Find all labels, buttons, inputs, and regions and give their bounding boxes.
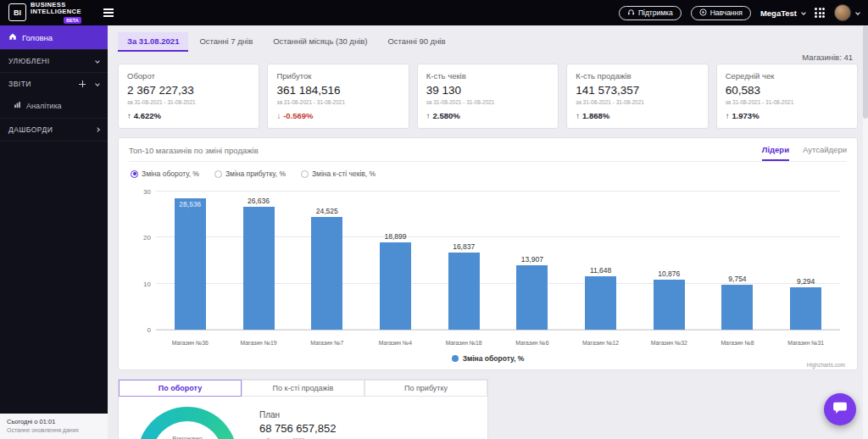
plan-donut-chart: Виконано bbox=[137, 407, 237, 439]
category-label: Магазин №36 bbox=[156, 340, 225, 346]
kpi-value: 361 184,516 bbox=[276, 84, 399, 97]
bar-slot: 16,837 bbox=[430, 192, 498, 330]
kpi-card-2: К-сть чеків39 130за 31-08-2021 - 31-08-2… bbox=[417, 64, 559, 129]
metric-radio-1[interactable]: Зміна прибутку, % bbox=[214, 169, 286, 178]
bar-0[interactable] bbox=[175, 198, 206, 330]
account-menu[interactable]: MegaTest bbox=[760, 8, 805, 18]
bar-slot: 18,899 bbox=[361, 192, 430, 330]
support-label: Підтримка bbox=[638, 8, 673, 17]
tab-leaders[interactable]: Лідери bbox=[762, 145, 789, 161]
sidebar: Головна УЛЮБЛЕНІ ЗВІТИ Аналітика ДАШБОРД… bbox=[0, 25, 108, 439]
hamburger-icon[interactable] bbox=[103, 8, 114, 17]
bar-value-label: 11,648 bbox=[590, 266, 611, 275]
date-filter-tabs: За 31.08.2021Останні 7 днівОстанній міся… bbox=[118, 32, 858, 52]
category-label: Магазин №12 bbox=[566, 340, 635, 346]
kpi-value: 60,583 bbox=[726, 84, 849, 97]
kpi-value: 39 130 bbox=[426, 84, 549, 97]
home-icon bbox=[8, 32, 17, 42]
bar-9[interactable] bbox=[790, 287, 821, 330]
kpi-card-0: Оборот2 367 227,33за 31-08-2021 - 31-08-… bbox=[118, 64, 259, 129]
training-button[interactable]: Навчання bbox=[691, 6, 751, 20]
metric-radios: Зміна обороту, %Зміна прибутку, %Зміна к… bbox=[131, 169, 847, 178]
bar-value-label: 13,907 bbox=[521, 255, 543, 264]
date-filter-tab-3[interactable]: Останні 90 днів bbox=[378, 32, 454, 52]
bar-slot: 9,754 bbox=[704, 192, 772, 330]
legend-label: Зміна обороту, % bbox=[463, 354, 525, 363]
bar-value-label: 16,837 bbox=[453, 242, 475, 251]
chat-button[interactable] bbox=[824, 393, 856, 425]
radio-icon bbox=[214, 170, 222, 178]
bar-value-label: 24,525 bbox=[316, 207, 338, 215]
bar-slot: 11,648 bbox=[566, 192, 635, 330]
bar-1[interactable] bbox=[243, 207, 275, 330]
training-icon bbox=[699, 8, 707, 18]
app-logo: BI BUSINESS INTELLIGENCE BETA bbox=[8, 2, 81, 24]
plan-title: План bbox=[259, 410, 336, 420]
last-update-time: Сьогодні о 01:01 bbox=[7, 418, 101, 425]
y-axis-label: 20 bbox=[143, 234, 151, 242]
plan-tab-1[interactable]: По к-сті продажів bbox=[242, 380, 364, 397]
add-report-icon[interactable] bbox=[79, 81, 86, 87]
sidebar-item-label: ЗВІТИ bbox=[8, 80, 74, 88]
kpi-delta-value: 4.622% bbox=[134, 111, 161, 120]
bar-3[interactable] bbox=[380, 242, 411, 330]
legend-marker bbox=[452, 355, 459, 362]
category-label: Магазин №31 bbox=[771, 340, 840, 346]
kpi-title: Середній чек bbox=[726, 71, 849, 81]
kpi-delta-value: 1.973% bbox=[732, 111, 759, 120]
date-filter-tab-2[interactable]: Останній місяць (30 днів) bbox=[264, 32, 376, 52]
plan-tab-2[interactable]: По прибутку bbox=[364, 380, 487, 397]
trend-up-icon: ↑ bbox=[127, 111, 131, 120]
scrollbar[interactable] bbox=[863, 25, 868, 439]
sidebar-item-label: Головна bbox=[22, 33, 99, 42]
date-filter-tab-1[interactable]: Останні 7 днів bbox=[190, 32, 262, 52]
plot-area: 28,53626,63624,52518,89916,83713,90711,6… bbox=[156, 192, 840, 331]
bar-6[interactable] bbox=[585, 276, 616, 330]
bar-value-label: 18,899 bbox=[384, 232, 406, 241]
kpi-period: за 31-08-2021 - 31-08-2021 bbox=[276, 99, 399, 105]
sidebar-item-reports[interactable]: ЗВІТИ bbox=[0, 73, 108, 95]
highcharts-credit[interactable]: Highcharts.com bbox=[807, 362, 845, 368]
sidebar-item-favorites[interactable]: УЛЮБЛЕНІ bbox=[0, 50, 108, 73]
bar-slot: 24,525 bbox=[292, 192, 361, 330]
logo-line2: INTELLIGENCE bbox=[31, 8, 81, 15]
profile-menu[interactable] bbox=[834, 4, 860, 21]
radio-label: Зміна обороту, % bbox=[142, 169, 199, 178]
metric-radio-0[interactable]: Зміна обороту, % bbox=[131, 169, 199, 178]
category-label: Магазин №8 bbox=[704, 340, 772, 346]
support-button[interactable]: Підтримка bbox=[619, 6, 682, 20]
bar-7[interactable] bbox=[654, 280, 685, 330]
plan-tab-0[interactable]: По обороту bbox=[119, 380, 242, 397]
bar-4[interactable] bbox=[448, 253, 480, 330]
chart-title: Топ-10 магазинів по зміні продажів bbox=[129, 146, 259, 161]
bar-8[interactable] bbox=[721, 285, 753, 330]
category-label: Магазин №6 bbox=[498, 340, 567, 346]
sidebar-item-dashboards[interactable]: ДАШБОРДИ bbox=[0, 119, 108, 142]
analytics-icon bbox=[14, 101, 21, 110]
sidebar-item-analytics[interactable]: Аналітика bbox=[0, 95, 108, 119]
bars: 28,53626,63624,52518,89916,83713,90711,6… bbox=[156, 192, 840, 330]
apps-grid-icon[interactable] bbox=[815, 8, 825, 18]
training-label: Навчання bbox=[710, 8, 743, 17]
avatar bbox=[834, 4, 851, 21]
y-axis-label: 0 bbox=[147, 326, 151, 334]
kpi-delta-value: 2.580% bbox=[433, 111, 460, 120]
kpi-title: К-сть продажів bbox=[576, 71, 698, 81]
chart-legend[interactable]: Зміна обороту, % bbox=[129, 354, 847, 363]
sidebar-item-home[interactable]: Головна bbox=[0, 25, 108, 50]
metric-radio-2[interactable]: Зміна к-сті чеків, % bbox=[301, 169, 376, 178]
kpi-title: Оборот bbox=[127, 71, 250, 81]
kpi-card-3: К-сть продажів141 573,357за 31-08-2021 -… bbox=[566, 64, 708, 129]
kpi-delta: ↓-0.569% bbox=[276, 111, 399, 120]
radio-icon bbox=[301, 170, 309, 178]
kpi-delta: ↑1.973% bbox=[726, 111, 849, 120]
bar-2[interactable] bbox=[311, 217, 342, 330]
trend-up-icon: ↑ bbox=[426, 111, 431, 120]
trend-up-icon: ↑ bbox=[726, 111, 730, 120]
radio-label: Зміна прибутку, % bbox=[225, 169, 286, 178]
bar-slot: 28,536 bbox=[156, 192, 225, 330]
bar-5[interactable] bbox=[516, 265, 548, 330]
kpi-delta-value: 1.868% bbox=[582, 111, 609, 120]
date-filter-tab-0[interactable]: За 31.08.2021 bbox=[118, 32, 188, 52]
tab-outsiders[interactable]: Аутсайдери bbox=[803, 145, 847, 161]
